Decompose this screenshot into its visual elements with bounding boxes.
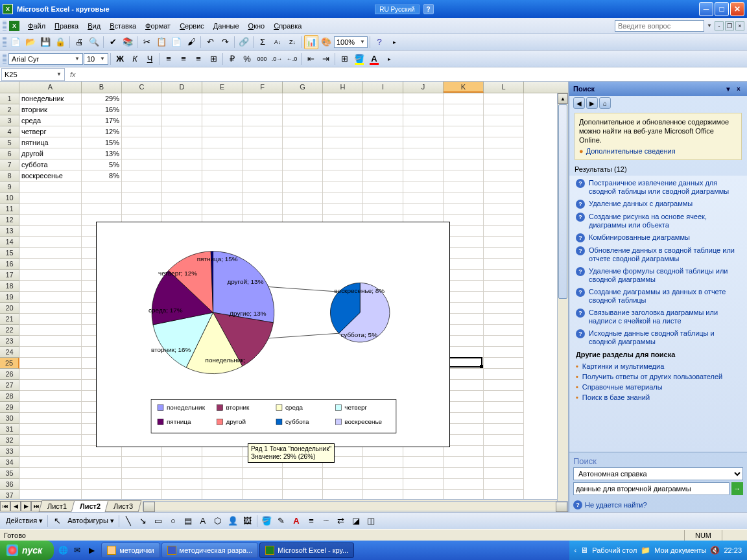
- cell[interactable]: [243, 468, 283, 479]
- cell[interactable]: [82, 468, 122, 479]
- row-header[interactable]: 6: [0, 148, 19, 159]
- cell[interactable]: [202, 468, 243, 479]
- cell[interactable]: [444, 490, 484, 499]
- cell[interactable]: [403, 159, 444, 170]
- cell[interactable]: [243, 181, 283, 192]
- textbox-icon[interactable]: ▤: [181, 514, 195, 528]
- decrease-indent-icon[interactable]: ⇤: [303, 52, 318, 66]
- print-preview-icon[interactable]: 🔍: [87, 35, 101, 49]
- cell[interactable]: [444, 468, 484, 479]
- cell[interactable]: [363, 457, 403, 468]
- cell[interactable]: [202, 490, 243, 499]
- cell[interactable]: [363, 126, 403, 137]
- actions-menu[interactable]: Действия ▾: [3, 517, 45, 525]
- cell[interactable]: [484, 391, 524, 402]
- cell[interactable]: [363, 159, 403, 170]
- row-header[interactable]: 27: [0, 380, 19, 391]
- tab-nav[interactable]: ⏮◀▶⏭: [0, 501, 42, 511]
- paste-icon[interactable]: 📄: [169, 35, 184, 49]
- cell[interactable]: четверг: [19, 126, 82, 137]
- format-painter-icon[interactable]: 🖌: [184, 35, 198, 49]
- picture-icon[interactable]: 🖼: [241, 514, 255, 528]
- cell[interactable]: [323, 181, 363, 192]
- help-result-item[interactable]: ?Обновление данных в сводной таблице или…: [575, 244, 744, 265]
- cell[interactable]: [283, 115, 323, 126]
- taskbar-task[interactable]: Microsoft Excel - кру...: [259, 542, 354, 558]
- cell[interactable]: [403, 126, 444, 137]
- menu-окно[interactable]: Окно: [244, 20, 270, 32]
- cell[interactable]: [484, 248, 524, 259]
- excel-doc-icon[interactable]: X: [9, 21, 19, 31]
- cell[interactable]: [484, 137, 524, 148]
- sort-asc-icon[interactable]: A↓: [270, 35, 285, 49]
- cell[interactable]: [202, 126, 243, 137]
- row-header[interactable]: 7: [0, 159, 19, 170]
- cell[interactable]: [484, 292, 524, 303]
- cell[interactable]: [283, 490, 323, 499]
- cell[interactable]: [403, 93, 444, 104]
- help-result-item[interactable]: ?Создание диаграммы из данных в отчете с…: [575, 286, 744, 307]
- fill-color-icon[interactable]: 🪣: [352, 52, 366, 66]
- menu-данные[interactable]: Данные: [209, 20, 244, 32]
- spelling-icon[interactable]: ✔: [106, 35, 120, 49]
- cell[interactable]: [403, 468, 444, 479]
- align-left-icon[interactable]: ≡: [161, 52, 176, 66]
- row-header[interactable]: 33: [0, 446, 19, 457]
- clipart-icon[interactable]: 👤: [226, 514, 240, 528]
- comma-icon[interactable]: 000: [255, 52, 269, 66]
- cell[interactable]: [484, 215, 524, 226]
- cell[interactable]: [19, 435, 82, 446]
- cell[interactable]: [484, 192, 524, 204]
- row-header[interactable]: 18: [0, 281, 19, 292]
- cell[interactable]: [283, 159, 323, 170]
- forward-icon[interactable]: ▶: [586, 97, 598, 109]
- cell[interactable]: [484, 435, 524, 446]
- row-header[interactable]: 28: [0, 391, 19, 402]
- cell[interactable]: [162, 490, 202, 499]
- cut-icon[interactable]: ✂: [139, 35, 154, 49]
- underline-icon[interactable]: Ч: [143, 52, 157, 66]
- other-section-link[interactable]: Поиск в базе знаний: [575, 392, 744, 402]
- row-header[interactable]: 2: [0, 104, 19, 115]
- cell[interactable]: [19, 468, 82, 479]
- col-header[interactable]: I: [363, 82, 403, 93]
- cell[interactable]: [363, 148, 403, 159]
- line-icon[interactable]: ╲: [121, 514, 136, 528]
- row-header[interactable]: 14: [0, 237, 19, 248]
- row-header[interactable]: 3: [0, 115, 19, 126]
- cell[interactable]: среда: [19, 115, 82, 126]
- cell[interactable]: вторник: [19, 104, 82, 115]
- cell[interactable]: [243, 170, 283, 181]
- borders-icon[interactable]: ⊞: [337, 52, 351, 66]
- cell[interactable]: [19, 192, 82, 204]
- cell[interactable]: [283, 468, 323, 479]
- align-right-icon[interactable]: ≡: [191, 52, 206, 66]
- cell[interactable]: [162, 468, 202, 479]
- row-header[interactable]: 32: [0, 435, 19, 446]
- cell[interactable]: [283, 181, 323, 192]
- cell[interactable]: [484, 325, 524, 336]
- cell[interactable]: [484, 314, 524, 325]
- help-result-item[interactable]: ?Удаление формулы сводной таблицы или св…: [575, 265, 744, 286]
- row-header[interactable]: 15: [0, 248, 19, 259]
- worksheet-area[interactable]: ABCDEFGHIJKL 1понедельник29%2вторник16%3…: [0, 82, 569, 512]
- decrease-decimal-icon[interactable]: ←.0: [285, 52, 299, 66]
- vertical-scrollbar[interactable]: ▲ ▼: [557, 93, 568, 512]
- cell[interactable]: [122, 468, 162, 479]
- other-section-link[interactable]: Получить ответы от других пользователей: [575, 371, 744, 382]
- cell[interactable]: [19, 479, 82, 490]
- sheet-tab[interactable]: Лист1: [39, 500, 76, 512]
- undo-icon[interactable]: ↶: [203, 35, 217, 49]
- cell[interactable]: [403, 170, 444, 181]
- cell[interactable]: [202, 159, 243, 170]
- cell[interactable]: [444, 126, 484, 137]
- mdi-minimize-button[interactable]: -: [715, 21, 724, 30]
- font-color-icon[interactable]: A: [289, 514, 303, 528]
- cell[interactable]: 17%: [82, 115, 122, 126]
- cell[interactable]: [323, 479, 363, 490]
- cell[interactable]: [484, 457, 524, 468]
- cell[interactable]: [484, 115, 524, 126]
- cell[interactable]: [484, 281, 524, 292]
- other-section-link[interactable]: Справочные материалы: [575, 382, 744, 392]
- cell[interactable]: [484, 424, 524, 435]
